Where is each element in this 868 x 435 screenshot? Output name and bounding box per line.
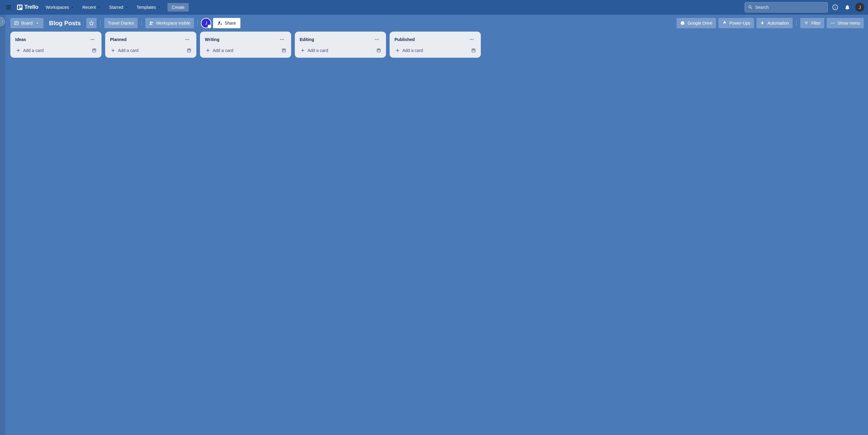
plus-icon xyxy=(111,48,116,53)
google-drive-button[interactable]: Google Drive xyxy=(677,18,716,28)
chevron-down-icon xyxy=(71,6,74,9)
list: Writing Add a card xyxy=(200,32,291,58)
create-label: Create xyxy=(172,5,184,10)
user-avatar[interactable]: J xyxy=(855,3,864,12)
list: Ideas Add a card xyxy=(10,32,101,58)
dots-icon xyxy=(90,37,95,42)
drive-icon xyxy=(680,21,685,26)
sidebar-collapsed-strip xyxy=(0,14,5,435)
list-header: Writing xyxy=(203,35,288,46)
info-button[interactable] xyxy=(830,2,840,12)
list-title[interactable]: Planned xyxy=(110,37,126,42)
board-lists: Ideas Add a card Planned Add a card xyxy=(0,32,868,58)
list-header: Published xyxy=(393,35,478,46)
template-icon xyxy=(281,48,286,53)
dots-icon xyxy=(374,37,379,42)
app-switcher-button[interactable] xyxy=(4,2,13,12)
add-card-label: Add a card xyxy=(213,48,234,53)
automation-button[interactable]: Automation xyxy=(756,18,793,28)
search-icon xyxy=(748,5,753,10)
list: Editing Add a card xyxy=(295,32,386,58)
board-title[interactable]: Blog Posts xyxy=(46,20,84,27)
filter-icon xyxy=(804,21,809,26)
show-menu-button[interactable]: Show menu xyxy=(827,18,864,28)
nav-starred[interactable]: Starred xyxy=(105,3,132,11)
filter-button[interactable]: Filter xyxy=(800,18,824,28)
list-menu-button[interactable] xyxy=(278,36,286,43)
share-button[interactable]: Share xyxy=(213,18,240,28)
notifications-button[interactable] xyxy=(842,2,852,12)
board-member-avatar[interactable]: J xyxy=(202,19,211,28)
nav-templates-label: Templates xyxy=(136,5,156,10)
list-title[interactable]: Editing xyxy=(300,37,314,42)
list-menu-button[interactable] xyxy=(373,36,381,43)
list-footer: Add a card xyxy=(298,46,383,55)
nav-templates[interactable]: Templates xyxy=(133,3,164,11)
google-drive-label: Google Drive xyxy=(687,21,712,26)
chevron-down-icon xyxy=(158,6,161,9)
separator xyxy=(197,20,198,26)
bell-icon xyxy=(844,4,850,10)
template-icon xyxy=(92,48,97,53)
nav-workspaces[interactable]: Workspaces xyxy=(42,3,78,11)
list-title[interactable]: Ideas xyxy=(15,37,26,42)
admin-badge xyxy=(208,25,211,28)
user-add-icon xyxy=(217,21,222,26)
list-footer: Add a card xyxy=(108,46,193,55)
list-menu-button[interactable] xyxy=(183,36,191,43)
workspace-name: Travel Diaries xyxy=(108,21,134,26)
add-card-button[interactable]: Add a card xyxy=(13,46,88,55)
chevron-right-icon xyxy=(1,20,4,23)
apps-icon xyxy=(6,5,11,10)
template-icon xyxy=(471,48,476,53)
add-card-button[interactable]: Add a card xyxy=(298,46,373,55)
board-header: Board Blog Posts Travel Diaries Workspac… xyxy=(0,14,868,32)
add-card-label: Add a card xyxy=(118,48,138,53)
dots-icon xyxy=(280,37,284,42)
show-menu-label: Show menu xyxy=(838,21,860,26)
card-template-button[interactable] xyxy=(374,46,383,55)
share-label: Share xyxy=(225,21,236,26)
list-menu-button[interactable] xyxy=(467,36,476,43)
search-input[interactable] xyxy=(755,5,825,10)
create-button[interactable]: Create xyxy=(167,3,189,11)
list-title[interactable]: Writing xyxy=(205,37,219,42)
bolt-icon xyxy=(760,21,765,26)
workspace-link[interactable]: Travel Diaries xyxy=(104,18,138,28)
dots-icon xyxy=(830,21,835,26)
add-card-label: Add a card xyxy=(402,48,423,53)
card-template-button[interactable] xyxy=(280,46,288,55)
search-field[interactable] xyxy=(745,2,828,12)
chevron-down-icon xyxy=(98,6,101,9)
logo-home-link[interactable]: Trello xyxy=(14,4,41,10)
people-icon xyxy=(149,21,154,26)
list-header: Ideas xyxy=(13,35,98,46)
add-card-button[interactable]: Add a card xyxy=(203,46,278,55)
view-switcher-button[interactable]: Board xyxy=(10,18,43,28)
separator xyxy=(141,20,142,26)
trello-logo-icon xyxy=(17,5,23,10)
list-header: Editing xyxy=(298,35,383,46)
plus-icon xyxy=(300,48,305,53)
chevron-down-icon xyxy=(35,21,40,26)
filter-label: Filter xyxy=(811,21,820,26)
nav-recent[interactable]: Recent xyxy=(79,3,104,11)
visibility-button[interactable]: Workspace visible xyxy=(145,18,194,28)
member-initial: J xyxy=(205,21,207,26)
card-template-button[interactable] xyxy=(185,46,193,55)
card-template-button[interactable] xyxy=(90,46,98,55)
template-icon xyxy=(376,48,381,53)
power-ups-button[interactable]: Power-Ups xyxy=(718,18,754,28)
top-nav: Trello Workspaces Recent Starred Templat… xyxy=(0,0,868,14)
add-card-button[interactable]: Add a card xyxy=(393,46,467,55)
card-template-button[interactable] xyxy=(469,46,478,55)
add-card-button[interactable]: Add a card xyxy=(108,46,183,55)
star-board-button[interactable] xyxy=(86,18,97,28)
plus-icon xyxy=(206,48,210,53)
list: Published Add a card xyxy=(390,32,481,58)
list-title[interactable]: Published xyxy=(395,37,415,42)
board-area: Board Blog Posts Travel Diaries Workspac… xyxy=(0,14,868,435)
add-card-label: Add a card xyxy=(308,48,328,53)
list-menu-button[interactable] xyxy=(88,36,97,43)
power-ups-label: Power-Ups xyxy=(730,21,750,26)
